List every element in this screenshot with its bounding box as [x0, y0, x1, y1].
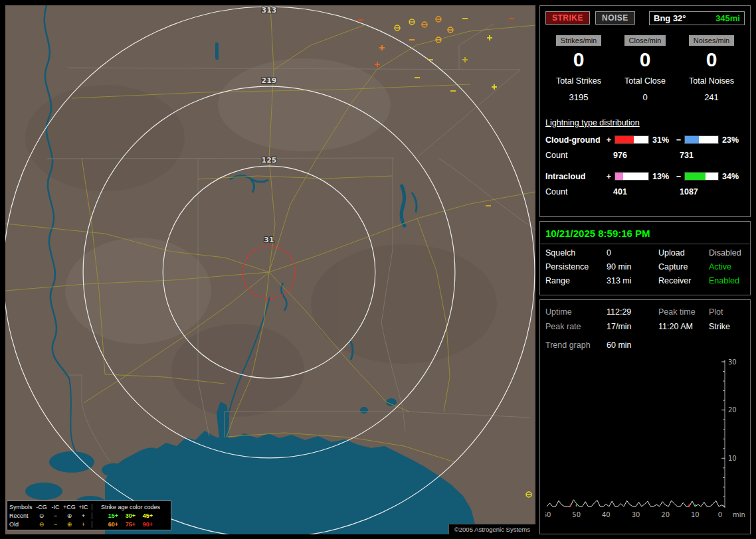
cg-neg-count: 731 — [680, 151, 694, 160]
close-column: Close/min 0 Total Close 0 — [612, 34, 678, 102]
minus-sign: − — [675, 172, 682, 181]
bearing-display: Bng 32° 345mi — [649, 11, 745, 25]
ic-neg-count: 1087 — [680, 187, 698, 196]
cloud-ground-row: Cloud-ground + 31% − 23% — [545, 135, 745, 145]
legend-col-pic: +IC — [76, 504, 90, 510]
peakrate-label: Peak rate — [545, 322, 607, 331]
age-15: 15+ — [105, 512, 122, 519]
legend-symbols-header: Symbols — [9, 504, 35, 510]
map-svg: 31321912531 — [5, 5, 535, 534]
intracloud-label: Intracloud — [545, 172, 605, 181]
peaktime-value: 11:20 AM — [658, 322, 709, 331]
receiver-status: Enabled — [709, 276, 745, 285]
total-noises-label: Total Noises — [678, 76, 745, 86]
cg-neg-bar — [684, 135, 719, 144]
uptime-value: 112:29 — [607, 307, 658, 317]
ic-neg-bar — [684, 172, 719, 181]
cg-neg-pct: 23% — [722, 135, 745, 145]
age-45: 45+ — [140, 512, 157, 519]
ic-neg-pct: 34% — [722, 172, 745, 181]
svg-text:20: 20 — [728, 406, 737, 414]
capture-label: Capture — [658, 262, 709, 271]
neg-cg-icon: ⊖ — [35, 512, 48, 519]
svg-text:40: 40 — [602, 511, 611, 518]
total-noises-value: 241 — [678, 92, 745, 102]
legend-col-ncg: -CG — [35, 504, 48, 510]
plot-label: Plot — [709, 307, 745, 317]
strike-mode-button[interactable]: STRIKE — [545, 11, 590, 25]
neg-cg-icon: ⊖ — [35, 521, 48, 528]
svg-text:10: 10 — [691, 511, 700, 518]
noises-per-min-chip[interactable]: Noises/min — [689, 35, 734, 46]
capture-status: Active — [709, 262, 745, 271]
svg-text:313: 313 — [262, 6, 277, 15]
svg-text:min: min — [733, 511, 745, 518]
minus-sign: − — [675, 135, 682, 145]
legend-col-nic: -IC — [48, 504, 62, 510]
legend-recent-label: Recent — [9, 512, 35, 519]
bearing-value: Bng 32° — [654, 13, 686, 23]
total-strikes-label: Total Strikes — [545, 76, 612, 86]
cg-pos-bar — [614, 135, 649, 144]
strikes-per-min-chip[interactable]: Strikes/min — [556, 35, 601, 46]
cg-pos-count: 976 — [613, 151, 680, 160]
intracloud-row: Intracloud + 13% − 34% — [545, 172, 745, 181]
side-panel: STRIKE NOISE Bng 32° 345mi Strikes/min 0… — [539, 5, 751, 538]
cloud-ground-counts: Count 976 731 — [545, 151, 745, 160]
lightning-map[interactable]: 31321912531 Symbols -CG -IC +CG +IC Stri… — [5, 5, 535, 534]
intracloud-counts: Count 401 1087 — [545, 187, 745, 196]
plot-value: Strike — [709, 322, 745, 331]
svg-text:60: 60 — [545, 511, 551, 518]
svg-text:10: 10 — [728, 455, 737, 462]
legend-age-header: Strike age color codes — [92, 504, 169, 510]
legend-old-label: Old — [9, 521, 35, 528]
persistence-value: 90 min — [607, 262, 658, 271]
upload-status: Disabled — [709, 248, 745, 258]
age-90: 90+ — [140, 521, 157, 528]
age-30: 30+ — [122, 512, 140, 519]
close-per-min-chip[interactable]: Close/min — [624, 35, 666, 46]
neg-ic-icon: − — [48, 512, 62, 519]
svg-text:31: 31 — [264, 236, 274, 244]
ic-pos-count: 401 — [613, 187, 680, 196]
age-75: 75+ — [122, 521, 140, 528]
strike-legend: Symbols -CG -IC +CG +IC Strike age color… — [7, 501, 171, 530]
count-label: Count — [545, 187, 613, 196]
pos-ic-icon: + — [76, 521, 90, 528]
age-60: 60+ — [105, 521, 122, 528]
noise-mode-button[interactable]: NOISE — [595, 11, 635, 25]
persistence-label: Persistence — [545, 262, 607, 271]
neg-ic-icon: − — [48, 521, 62, 528]
svg-text:125: 125 — [262, 156, 277, 165]
legend-col-pcg: +CG — [62, 504, 76, 510]
trend-panel: Uptime 112:29 Peak time Plot Peak rate 1… — [539, 299, 751, 534]
upload-label: Upload — [658, 248, 709, 258]
receiver-label: Receiver — [658, 276, 709, 285]
cloud-ground-label: Cloud-ground — [545, 135, 605, 145]
close-rate: 0 — [612, 49, 678, 70]
pos-cg-icon: ⊕ — [62, 512, 76, 519]
counters-panel: STRIKE NOISE Bng 32° 345mi Strikes/min 0… — [539, 5, 751, 217]
ic-pos-pct: 13% — [652, 172, 675, 181]
svg-text:20: 20 — [661, 511, 670, 518]
svg-text:219: 219 — [262, 76, 277, 85]
trend-window-value: 60 min — [607, 341, 745, 350]
copyright-label: ©2005 Astrogenic Systems — [448, 524, 535, 534]
count-label: Count — [545, 151, 613, 160]
range-value: 313 mi — [607, 276, 658, 285]
svg-text:30: 30 — [632, 511, 640, 518]
ic-pos-bar — [614, 172, 649, 181]
plus-sign: + — [605, 172, 613, 181]
peaktime-label: Peak time — [658, 307, 709, 317]
squelch-label: Squelch — [545, 248, 607, 258]
status-panel: 10/21/2025 8:59:16 PM Squelch 0 Upload D… — [539, 221, 751, 295]
bearing-range: 345mi — [715, 13, 740, 23]
noises-column: Noises/min 0 Total Noises 241 — [678, 34, 745, 102]
pos-cg-icon: ⊕ — [62, 521, 76, 528]
total-close-label: Total Close — [612, 76, 678, 86]
pos-ic-icon: + — [76, 512, 90, 519]
rate-counters: Strikes/min 0 Total Strikes 3195 Close/m… — [545, 34, 745, 102]
cg-pos-pct: 31% — [652, 135, 675, 145]
strikes-rate: 0 — [545, 49, 612, 70]
total-strikes-value: 3195 — [545, 92, 612, 102]
